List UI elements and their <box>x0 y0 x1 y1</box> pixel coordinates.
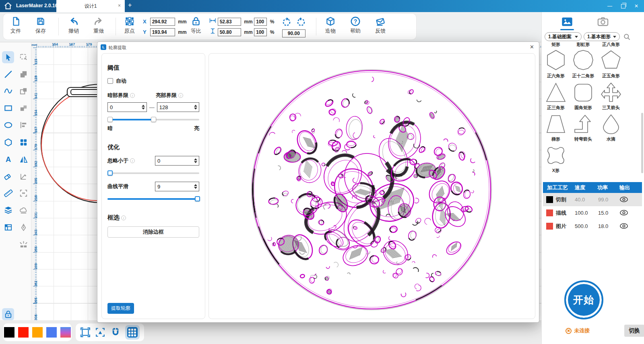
help-button[interactable]: ? 帮助 <box>344 16 367 35</box>
height-input[interactable] <box>218 28 241 36</box>
tool-line-icon[interactable] <box>2 68 14 80</box>
document-tab[interactable]: 设计1 × <box>56 0 125 12</box>
create-button[interactable]: 造物 <box>319 16 342 35</box>
y-input[interactable] <box>150 28 175 36</box>
home-icon[interactable] <box>3 1 13 11</box>
fit-selection-icon[interactable] <box>95 327 105 338</box>
process-speed[interactable]: 40.0 <box>575 193 585 206</box>
color-swatch[interactable] <box>32 327 43 338</box>
shape-item-rounded-rect[interactable] <box>572 82 594 105</box>
tool-marquee-icon[interactable] <box>17 51 29 63</box>
light-slider-handle[interactable] <box>151 117 156 122</box>
tool-ruler-icon[interactable] <box>2 187 14 199</box>
threshold-slider[interactable] <box>107 117 199 122</box>
layer-color-swatch[interactable] <box>546 209 553 216</box>
tool-select-icon[interactable] <box>2 51 14 63</box>
spin-up-icon[interactable] <box>194 105 197 107</box>
feedback-button[interactable]: 反馈 <box>369 16 392 35</box>
tool-eraser-icon[interactable] <box>2 170 14 182</box>
tool-table-icon[interactable] <box>2 221 14 233</box>
process-speed[interactable]: 500.0 <box>575 220 588 233</box>
dialog-close-icon[interactable]: ✕ <box>530 44 534 50</box>
rotate-angle-input[interactable] <box>282 29 305 37</box>
tool-union-icon[interactable] <box>17 68 29 80</box>
tool-subtract-icon[interactable] <box>17 85 29 97</box>
process-power[interactable]: 15.0 <box>598 206 608 220</box>
spin-down-icon[interactable] <box>194 108 197 110</box>
tool-pennib-icon[interactable] <box>17 221 29 233</box>
color-swatch[interactable] <box>4 327 14 338</box>
tool-ellipse-icon[interactable] <box>2 119 14 131</box>
undo-button[interactable]: 撤销 <box>62 16 85 35</box>
ignore-smaller-spinbox[interactable]: 0 <box>155 156 199 166</box>
color-swatch[interactable] <box>46 327 57 338</box>
shape-item-triangle[interactable] <box>545 82 567 105</box>
tool-curve-icon[interactable] <box>2 85 14 97</box>
info-icon[interactable]: i <box>130 158 135 163</box>
shape-item-drop[interactable] <box>600 113 622 136</box>
remove-border-button[interactable]: 消除边框 <box>107 226 199 238</box>
window-minimize-button[interactable]: — <box>607 3 612 9</box>
shape-grid-scrollbar[interactable] <box>641 113 643 173</box>
curve-smooth-slider[interactable] <box>107 196 199 202</box>
info-icon[interactable]: i <box>178 93 183 98</box>
tab-close-icon[interactable]: × <box>118 3 121 8</box>
eye-icon[interactable] <box>619 220 628 232</box>
height-percent-input[interactable] <box>254 28 267 36</box>
auto-checkbox[interactable] <box>107 78 113 84</box>
tool-rect-icon[interactable] <box>2 102 14 114</box>
process-power[interactable]: 99.0 <box>598 193 608 206</box>
tool-exclude-icon[interactable] <box>17 102 29 114</box>
info-icon[interactable]: i <box>130 93 135 98</box>
shape-item-turn-arrow[interactable] <box>572 113 594 136</box>
process-row-图片[interactable]: 图片500.018.0 <box>543 220 642 233</box>
tool-cloud-icon[interactable] <box>17 204 29 216</box>
redo-button[interactable]: 重做 <box>87 16 110 35</box>
color-swatch[interactable] <box>18 327 29 338</box>
light-limit-spinbox[interactable]: 128 <box>157 102 199 112</box>
switch-device-button[interactable]: 切换 <box>624 325 644 337</box>
lock-tool-icon[interactable] <box>2 308 14 320</box>
layer-color-swatch[interactable] <box>546 223 553 230</box>
smooth-slider-handle[interactable] <box>195 196 200 201</box>
spin-up-icon[interactable] <box>194 158 197 160</box>
shape-item-trapezoid[interactable] <box>545 113 567 136</box>
new-tab-button[interactable]: + <box>128 2 132 9</box>
dialog-header[interactable]: L 轮廓提取 ✕ <box>97 42 539 52</box>
curve-smooth-spinbox[interactable]: 9 <box>155 182 199 191</box>
dark-slider-handle[interactable] <box>107 117 113 122</box>
origin-button[interactable]: 原点 <box>118 16 141 35</box>
shape-item-x-shape[interactable] <box>545 145 567 168</box>
save-button[interactable]: 保存 <box>29 16 52 35</box>
rotate-cw-icon[interactable] <box>296 17 306 27</box>
tool-expand-icon[interactable] <box>17 187 29 199</box>
layer-color-swatch[interactable] <box>546 196 553 203</box>
dark-limit-spinbox[interactable]: 0 <box>107 102 147 112</box>
shape-item-hexagon[interactable] <box>545 49 567 72</box>
color-swatch[interactable] <box>60 327 71 338</box>
shape-item-pentagon[interactable] <box>600 49 622 72</box>
start-button[interactable]: 开始 <box>564 280 603 319</box>
rotate-ccw-icon[interactable] <box>282 17 291 27</box>
tool-layers-icon[interactable] <box>2 204 14 216</box>
ignore-smaller-slider[interactable] <box>107 170 199 176</box>
process-power[interactable]: 18.0 <box>598 220 608 233</box>
eye-icon[interactable] <box>619 193 628 205</box>
spin-down-icon[interactable] <box>194 161 197 163</box>
eye-icon[interactable] <box>619 206 628 218</box>
x-input[interactable] <box>150 18 175 26</box>
shape-item-three-arrow[interactable] <box>600 82 622 105</box>
spin-up-icon[interactable] <box>142 105 145 107</box>
spin-down-icon[interactable] <box>194 187 197 189</box>
window-restore-button[interactable] <box>621 4 625 8</box>
tool-grid4-icon[interactable] <box>17 136 29 148</box>
frame-icon[interactable] <box>80 327 91 338</box>
tool-polygon-icon[interactable] <box>2 136 14 148</box>
shape-item-dodecagon[interactable] <box>572 49 594 72</box>
file-button[interactable]: 文件 <box>4 16 27 35</box>
magnet-icon[interactable] <box>110 327 121 338</box>
process-row-切割[interactable]: 切割40.099.0 <box>543 193 642 206</box>
width-percent-input[interactable] <box>254 18 267 26</box>
spin-down-icon[interactable] <box>142 108 145 110</box>
tool-text-icon[interactable]: A <box>2 153 14 165</box>
